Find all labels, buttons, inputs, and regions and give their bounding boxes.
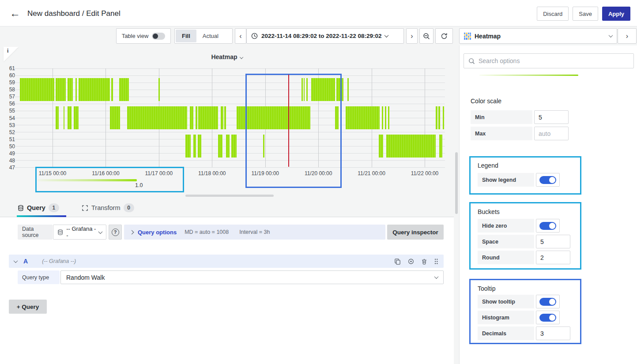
refresh-icon [441, 33, 448, 40]
visualization-name: Heatmap [475, 33, 606, 40]
vertical-scrollbar[interactable] [455, 152, 458, 214]
heatmap-cell [386, 135, 435, 157]
heatmap-cell [226, 135, 230, 157]
heatmap-cell [119, 78, 128, 101]
heatmap-cell [190, 106, 193, 129]
datasource-select[interactable]: -- Grafana -- [53, 225, 106, 240]
query-options-bar[interactable]: Query options MD = auto = 1008 Interval … [124, 225, 385, 240]
max-datapoints-text: MD = auto = 1008 [185, 229, 229, 235]
database-icon [57, 229, 63, 236]
heatmap-cell [436, 106, 437, 129]
query-row-actions [394, 258, 438, 265]
show-tooltip-label: Show tooltip [478, 295, 534, 308]
hide-query-eye-icon[interactable] [407, 258, 415, 265]
chevron-down-icon [434, 274, 439, 279]
h-gridline [15, 125, 445, 125]
x-axis-label: 11/22 00:00 [411, 170, 439, 176]
show-legend-toggle[interactable] [536, 173, 560, 187]
time-shift-back-button[interactable]: ‹ [235, 28, 246, 44]
heatmap-panel: i Heatmap 616059585756555453525150494847… [0, 45, 454, 201]
color-scale-max-input[interactable] [534, 127, 569, 140]
panel-title: Heatmap [211, 53, 237, 60]
y-axis-label: 58 [9, 86, 15, 93]
heatmap-viz-icon [464, 33, 471, 40]
y-axis-label: 49 [9, 150, 15, 157]
heatmap-cell [64, 106, 65, 129]
options-pane-toggle-button[interactable]: › [618, 28, 637, 44]
time-shift-forward-button[interactable]: › [406, 28, 418, 44]
duplicate-query-icon[interactable] [394, 258, 401, 265]
legend-highlight-box [35, 167, 184, 192]
datasource-help-button[interactable]: ? [109, 225, 122, 240]
transform-icon [82, 205, 88, 211]
query-type-select[interactable]: Random Walk [60, 270, 444, 284]
tab-query-label: Query [27, 204, 45, 211]
toggle-on [539, 314, 556, 322]
discard-button[interactable]: Discard [537, 7, 569, 21]
heatmap-cell [193, 135, 196, 157]
add-query-button[interactable]: + Query [9, 300, 47, 314]
grafana-edit-panel: ← New dashboard / Edit Panel Discard Sav… [0, 0, 637, 364]
heatmap-cell [231, 135, 237, 157]
toggle-knob [153, 34, 158, 39]
decimals-label: Decimals [478, 326, 534, 340]
query-options-link[interactable]: Query options [138, 229, 177, 236]
heatmap-cell [439, 135, 442, 157]
h-gridline [15, 132, 445, 132]
heatmap-cell [56, 106, 59, 129]
y-axis-label: 59 [9, 79, 15, 86]
heatmap-cell [388, 106, 389, 129]
histogram-label: Histogram [478, 311, 534, 324]
round-input[interactable] [536, 251, 570, 264]
query-editor: Data source -- Grafana -- ? Query option… [0, 218, 454, 364]
chevron-left-icon: ‹ [239, 32, 241, 40]
chevron-right-icon [130, 230, 134, 234]
decimals-input[interactable] [536, 326, 570, 340]
show-legend-label: Show legend [478, 173, 534, 187]
query-ref-id[interactable]: A [23, 258, 28, 265]
actual-option[interactable]: Actual [196, 30, 225, 42]
hide-zero-label: Hide zero [478, 219, 534, 233]
back-arrow-icon[interactable]: ← [10, 7, 20, 20]
fill-option[interactable]: Fill [176, 30, 196, 42]
database-icon [18, 205, 24, 211]
query-row-a: A (-- Grafana --) [9, 255, 444, 268]
chevron-down-icon [609, 33, 613, 38]
table-view-toggle[interactable] [152, 33, 165, 40]
legend-section-highlight: Legend Show legend [469, 156, 581, 195]
space-label: Space [478, 235, 534, 248]
query-inspector-button[interactable]: Query inspector [387, 225, 444, 240]
heatmap-cell [74, 106, 79, 129]
heatmap-cell [443, 106, 444, 129]
collapse-chevron-icon[interactable] [14, 259, 18, 263]
query-type-label: Query type [18, 270, 60, 284]
datasource-label: Data source [18, 225, 53, 240]
horizontal-scrollbar[interactable] [185, 195, 274, 197]
time-range-picker[interactable]: 2022-11-14 08:29:02 to 2022-11-22 08:29:… [246, 28, 404, 44]
heatmap-cell [347, 78, 349, 101]
drag-handle-icon[interactable] [434, 258, 438, 265]
apply-button[interactable]: Apply [602, 7, 630, 21]
visualization-picker[interactable]: Heatmap [459, 28, 617, 44]
tab-transform[interactable]: Transform 0 [82, 203, 134, 212]
options-search-input[interactable] [479, 57, 629, 64]
zoom-out-button[interactable] [419, 28, 433, 44]
y-axis-label: 56 [9, 101, 15, 107]
hide-zero-toggle[interactable] [536, 219, 560, 233]
tab-query[interactable]: Query 1 [18, 203, 59, 212]
show-tooltip-toggle[interactable] [536, 295, 560, 308]
delete-query-trash-icon[interactable] [421, 258, 427, 265]
x-axis-label: 11/21 00:00 [358, 170, 385, 176]
refresh-button[interactable] [435, 28, 453, 44]
save-button[interactable]: Save [573, 7, 598, 21]
heatmap-cell [221, 106, 223, 129]
question-circle-icon: ? [112, 229, 119, 236]
panel-title-menu[interactable]: Heatmap [0, 53, 454, 60]
heatmap-cell [110, 106, 120, 129]
breadcrumb: New dashboard / Edit Panel [27, 9, 121, 18]
space-input[interactable] [536, 235, 570, 248]
color-scale-min-input[interactable] [534, 110, 569, 124]
tooltip-section-title: Tooltip [478, 285, 495, 292]
buckets-section-highlight: Buckets Hide zero Space Round [469, 202, 581, 270]
histogram-toggle[interactable] [536, 311, 560, 324]
